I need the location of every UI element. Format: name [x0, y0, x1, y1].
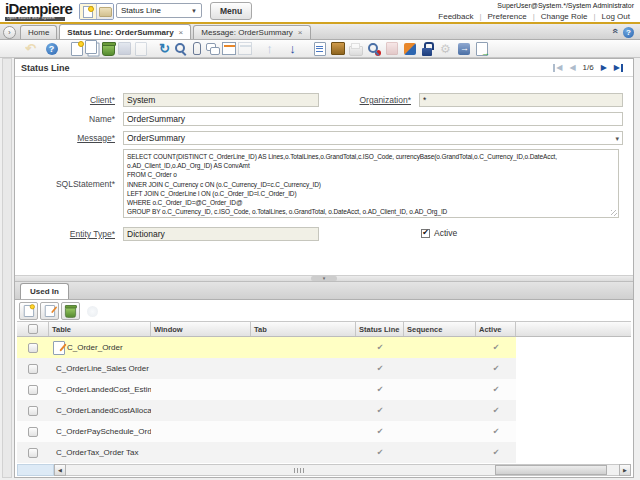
cell-tab: [251, 337, 356, 358]
first-record-icon[interactable]: [553, 64, 562, 72]
delete-record-icon[interactable]: [101, 41, 116, 57]
scrollbar-track[interactable]: [66, 464, 619, 476]
delete-row-icon[interactable]: [64, 304, 77, 318]
cell-tab: [251, 358, 356, 379]
window-selector-value: Status Line: [121, 6, 161, 15]
active-checkbox[interactable]: [421, 229, 430, 238]
report-icon[interactable]: [312, 41, 327, 57]
refresh-icon[interactable]: [157, 41, 172, 57]
message-combobox[interactable]: OrderSummary: [123, 131, 623, 145]
parent-record-icon: [262, 41, 277, 57]
previous-record-icon[interactable]: [569, 64, 575, 72]
column-header-table[interactable]: Table: [49, 322, 151, 336]
used-in-table-header: Table Window Tab Status Line Sequence Ac…: [17, 321, 631, 337]
client-label[interactable]: Client*: [21, 95, 115, 105]
tab-close-icon[interactable]: ×: [298, 28, 303, 37]
scroll-right-icon[interactable]: [619, 464, 631, 476]
next-record-icon[interactable]: [601, 64, 607, 72]
tab-close-icon[interactable]: ×: [179, 28, 184, 37]
cell-active: [476, 421, 516, 442]
cell-sequence: [404, 421, 476, 442]
column-header-tab[interactable]: Tab: [251, 322, 356, 336]
table-row[interactable]: C_OrderLine_Sales Order Line: [17, 358, 516, 379]
new-record-icon[interactable]: [69, 41, 84, 57]
folder-window-button[interactable]: [97, 4, 113, 19]
header-link-change-role[interactable]: Change Role: [535, 12, 594, 21]
detail-record-icon[interactable]: [285, 41, 300, 57]
column-header-window[interactable]: Window: [151, 322, 251, 336]
last-record-icon[interactable]: [614, 64, 623, 72]
edit-row-button[interactable]: [40, 302, 59, 320]
column-header-active[interactable]: Active: [476, 322, 516, 336]
customize-icon: [85, 303, 100, 319]
scroll-left-icon[interactable]: [54, 464, 66, 476]
header-link-preference[interactable]: Preference: [482, 12, 533, 21]
scrollbar-thumb[interactable]: [495, 465, 607, 475]
menu-button[interactable]: Menu: [210, 2, 252, 20]
cell-table: C_Order_Order: [49, 337, 151, 358]
find-icon[interactable]: [173, 41, 188, 57]
help-icon[interactable]: [44, 41, 59, 57]
collapsed-sidebar[interactable]: [2, 58, 12, 478]
row-checkbox[interactable]: [28, 427, 38, 437]
copy-record-icon[interactable]: [85, 41, 100, 57]
attachment-icon[interactable]: [189, 41, 204, 57]
column-header-status-line[interactable]: Status Line: [356, 322, 404, 336]
table-row[interactable]: C_Order_Order: [17, 337, 516, 358]
logo-title: iDempiere: [5, 0, 72, 17]
table-row[interactable]: C_OrderPaySchedule_Order Pa: [17, 421, 516, 442]
help-icon-small[interactable]: ?: [623, 27, 634, 38]
organization-label[interactable]: Organization*: [321, 95, 411, 105]
collapse-header-icon[interactable]: «: [610, 28, 620, 34]
lock-icon[interactable]: [420, 41, 435, 57]
tab-used-in[interactable]: Used In: [20, 283, 69, 299]
note-window-button[interactable]: [80, 4, 97, 19]
splitter-grip-icon[interactable]: [311, 276, 337, 281]
row-edit-icon[interactable]: [52, 341, 65, 355]
active-checkbox-row: Active: [421, 228, 457, 238]
scrollbar-grip-icon[interactable]: [294, 468, 304, 473]
entity-type-label[interactable]: Entity Type*: [21, 229, 115, 239]
checked-icon: [377, 406, 384, 415]
checked-icon: [493, 427, 500, 436]
header-link-feedback[interactable]: Feedback: [432, 12, 479, 21]
tab-message-ordersummary[interactable]: Message: OrderSummary×: [193, 25, 310, 39]
message-label[interactable]: Message*: [21, 133, 115, 143]
tab-status-line-ordersummary[interactable]: Status Line: OrderSummary×: [59, 24, 191, 39]
table-row[interactable]: C_OrderLandedCost_Estimated: [17, 379, 516, 400]
requery-icon[interactable]: [366, 41, 381, 57]
chat-icon[interactable]: [205, 41, 220, 57]
workflow-icon[interactable]: [402, 41, 417, 57]
table-row[interactable]: C_OrderTax_Order Tax: [17, 442, 516, 463]
edit-row-icon[interactable]: [43, 304, 56, 318]
window-selector[interactable]: Status Line ▼: [116, 3, 202, 18]
cell-active: [476, 442, 516, 463]
column-header-sequence[interactable]: Sequence: [404, 322, 476, 336]
tab-home[interactable]: Home: [20, 25, 57, 39]
checked-icon: [493, 406, 500, 415]
new-row-button[interactable]: [19, 302, 38, 320]
sidebar-expand-icon[interactable]: ›: [3, 26, 16, 39]
cell-status-line: [356, 379, 404, 400]
row-checkbox[interactable]: [28, 343, 38, 353]
archive-icon[interactable]: [330, 41, 345, 57]
grid-toggle-icon[interactable]: [221, 41, 236, 57]
new-row-icon[interactable]: [22, 304, 35, 318]
sqlstatement-textarea[interactable]: SELECT COUNT(DISTINCT C_OrderLine_ID) AS…: [123, 149, 619, 218]
row-checkbox[interactable]: [28, 406, 38, 416]
row-checkbox[interactable]: [28, 448, 38, 458]
name-field[interactable]: OrderSummary: [123, 112, 623, 126]
save-record-icon: [117, 41, 132, 57]
row-checkbox[interactable]: [28, 385, 38, 395]
checked-icon: [493, 364, 500, 373]
delete-row-button[interactable]: [61, 302, 80, 320]
app-logo: iDempiere Open Source ERP System: [5, 1, 72, 21]
export-icon[interactable]: [456, 41, 471, 57]
row-checkbox[interactable]: [28, 364, 38, 374]
table-row[interactable]: C_OrderLandedCostAllocation_: [17, 400, 516, 421]
tab-label: Message: OrderSummary: [201, 28, 293, 37]
panel-splitter[interactable]: [15, 275, 633, 282]
select-all-checkbox[interactable]: [28, 324, 38, 334]
export-file-icon[interactable]: [474, 41, 489, 57]
header-link-log-out[interactable]: Log Out: [596, 12, 636, 21]
